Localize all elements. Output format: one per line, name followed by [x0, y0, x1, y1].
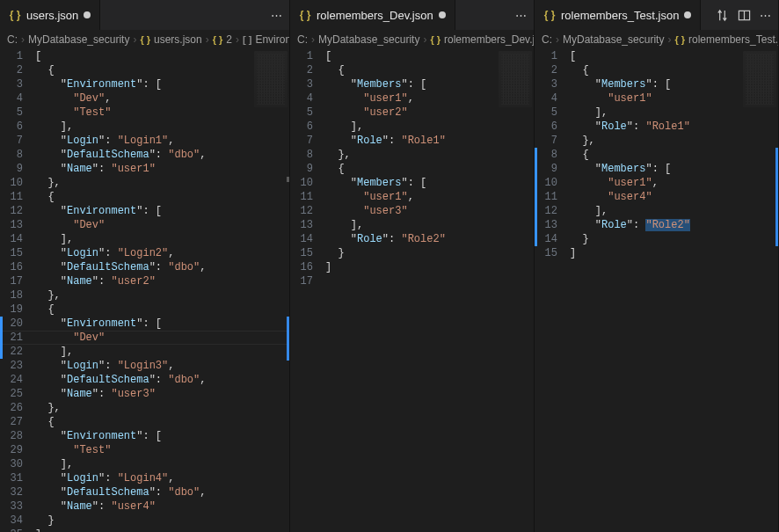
code-content[interactable]: [ { "Environment": [ "Dev", "Test" ], "L… [35, 49, 289, 532]
tab-users-json[interactable]: { } users.json [0, 0, 100, 30]
more-actions-icon[interactable]: ⋯ [515, 9, 527, 22]
code-line[interactable]: "user1" [570, 91, 778, 106]
code-line[interactable]: } [570, 232, 778, 246]
code-line[interactable]: "Role": "Role1" [325, 134, 534, 148]
editor-pane-rolemembers-test: { } rolemembers_Test.json ⋯ C: › MyDatab… [535, 0, 779, 532]
code-line[interactable]: "user4" [570, 190, 778, 204]
code-line[interactable]: ], [35, 120, 289, 134]
code-line[interactable]: "Dev" [35, 218, 289, 232]
code-line[interactable]: "Members": [ [570, 77, 778, 91]
line-number: 10 [290, 176, 313, 190]
breadcrumbs[interactable]: C: › MyDatabase_security › { }rolemember… [290, 30, 534, 49]
code-line[interactable]: "user1", [325, 190, 534, 204]
code-line[interactable]: "Login": "Login2", [35, 246, 289, 260]
breadcrumb-item[interactable]: { }rolemembers_Dev.json [430, 33, 534, 46]
code-line[interactable]: "Members": [ [325, 176, 534, 190]
code-line[interactable]: [ [570, 49, 778, 63]
code-line[interactable]: "Login": "Login3", [35, 359, 289, 373]
code-line[interactable]: "Name": "user3" [35, 387, 289, 401]
code-line[interactable]: { [35, 63, 289, 77]
code-line[interactable]: [ [325, 49, 534, 63]
code-line[interactable]: "DefaultSchema": "dbo", [35, 373, 289, 387]
code-content[interactable]: [ { "Members": [ "user1", "user2" ], "Ro… [325, 49, 534, 532]
code-line[interactable]: { [570, 148, 778, 162]
code-line[interactable]: { [570, 63, 778, 77]
compare-changes-icon[interactable] [716, 9, 729, 22]
breadcrumb-item[interactable]: C: [297, 33, 308, 46]
code-line[interactable]: }, [35, 176, 289, 190]
code-line[interactable]: [ [35, 49, 289, 63]
code-line[interactable]: ], [35, 232, 289, 246]
tab-rolemembers-dev[interactable]: { } rolemembers_Dev.json [290, 0, 455, 30]
code-line[interactable]: "Dev", [35, 91, 289, 106]
code-editor[interactable]: 123456789101112131415 [ { "Members": [ "… [535, 49, 778, 532]
code-line[interactable]: ], [325, 120, 534, 134]
code-line[interactable]: "Environment": [ [35, 204, 289, 218]
code-line[interactable]: "Login": "Login4", [35, 471, 289, 485]
code-line[interactable]: "Environment": [ [35, 77, 289, 91]
breadcrumb-item[interactable]: { }rolemembers_Test.json [674, 33, 778, 46]
code-line[interactable]: "user1", [325, 91, 534, 106]
code-line[interactable]: "Role": "Role2" [570, 218, 778, 232]
breadcrumb-item[interactable]: MyDatabase_security [563, 33, 664, 46]
line-number: 10 [0, 176, 23, 190]
breadcrumb-item[interactable]: C: [7, 33, 18, 46]
code-line[interactable]: "DefaultSchema": "dbo", [35, 148, 289, 162]
code-line[interactable]: "Role": "Role1" [570, 120, 778, 134]
code-line[interactable]: }, [35, 401, 289, 415]
code-line[interactable]: ] [570, 246, 778, 260]
code-editor[interactable]: 1234567891011121314151617 [ { "Members":… [290, 49, 534, 532]
code-line[interactable]: "Members": [ [570, 162, 778, 176]
code-line[interactable]: "Login": "Login1", [35, 134, 289, 148]
code-line[interactable] [325, 274, 534, 288]
code-line[interactable]: "DefaultSchema": "dbo", [35, 485, 289, 499]
code-line[interactable]: "Environment": [ [35, 317, 289, 331]
code-line[interactable]: }, [325, 148, 534, 162]
code-line[interactable]: }, [570, 134, 778, 148]
code-line[interactable]: "user2" [325, 106, 534, 120]
breadcrumb-item[interactable]: MyDatabase_security [28, 33, 129, 46]
code-line[interactable]: "Test" [35, 443, 289, 457]
code-line[interactable]: "Test" [35, 106, 289, 120]
code-line[interactable]: ] [325, 260, 534, 274]
code-line[interactable]: "Name": "user4" [35, 499, 289, 514]
code-line[interactable]: "user1", [570, 176, 778, 190]
breadcrumb-item[interactable]: MyDatabase_security [318, 33, 419, 46]
more-actions-icon[interactable]: ⋯ [271, 9, 282, 22]
code-line[interactable]: "Environment": [ [35, 429, 289, 443]
breadcrumb-item[interactable]: { }2 [213, 33, 232, 46]
breadcrumb-item[interactable]: [ ]Environment [243, 33, 289, 46]
more-actions-icon[interactable]: ⋯ [760, 9, 771, 22]
code-line[interactable]: "Role": "Role2" [325, 232, 534, 246]
code-line[interactable]: { [35, 190, 289, 204]
code-line[interactable]: "Dev" [35, 331, 289, 345]
code-line[interactable]: ] [35, 528, 289, 532]
code-line[interactable]: ], [325, 218, 534, 232]
split-editor-icon[interactable] [738, 9, 751, 22]
code-line[interactable]: ], [35, 457, 289, 471]
code-line[interactable]: "Name": "user2" [35, 274, 289, 288]
tab-rolemembers-test[interactable]: { } rolemembers_Test.json [535, 0, 701, 30]
code-line[interactable]: { [325, 162, 534, 176]
code-line[interactable]: { [35, 302, 289, 317]
code-line[interactable]: }, [35, 288, 289, 302]
code-line[interactable]: "DefaultSchema": "dbo", [35, 260, 289, 274]
line-number: 2 [290, 63, 313, 77]
code-line[interactable]: "Members": [ [325, 77, 534, 91]
code-line[interactable]: { [35, 415, 289, 429]
code-line[interactable]: } [35, 514, 289, 528]
code-line[interactable]: ], [35, 345, 289, 359]
code-line[interactable]: ], [570, 106, 778, 120]
code-line[interactable]: "user3" [325, 204, 534, 218]
overview-ruler-mark [775, 148, 778, 246]
code-line[interactable]: ], [570, 204, 778, 218]
breadcrumbs[interactable]: C: › MyDatabase_security › { }users.json… [0, 30, 289, 49]
breadcrumbs[interactable]: C: › MyDatabase_security › { }rolemember… [535, 30, 778, 49]
code-line[interactable]: } [325, 246, 534, 260]
code-editor[interactable]: 1234567891011121314151617181920212223242… [0, 49, 289, 532]
breadcrumb-item[interactable]: { }users.json [140, 33, 201, 46]
code-content[interactable]: [ { "Members": [ "user1" ], "Role": "Rol… [570, 49, 778, 532]
breadcrumb-item[interactable]: C: [542, 33, 552, 46]
code-line[interactable]: "Name": "user1" [35, 162, 289, 176]
code-line[interactable]: { [325, 63, 534, 77]
